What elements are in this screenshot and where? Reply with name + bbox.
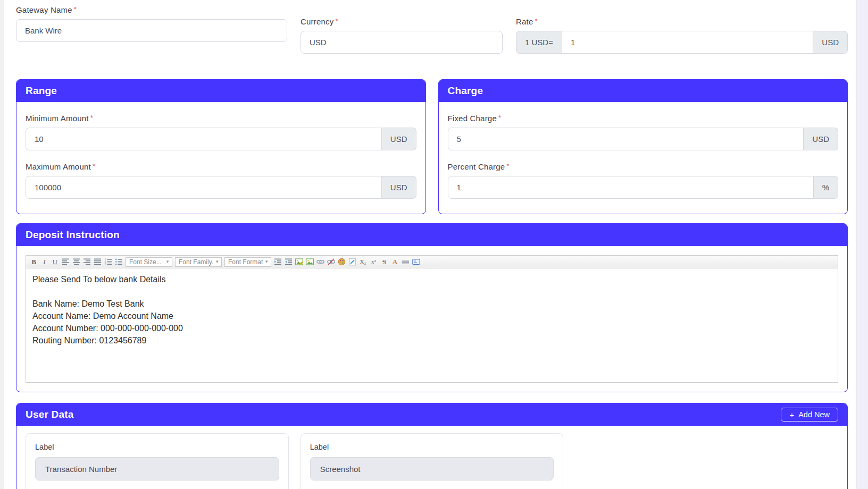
gateway-name-label: Gateway Name* — [16, 5, 287, 14]
user-data-grid: Label Type Label Type — [26, 433, 838, 489]
image-icon[interactable] — [305, 257, 315, 267]
align-justify-icon[interactable] — [93, 257, 103, 267]
maximum-amount-input[interactable] — [26, 176, 382, 199]
align-center-icon[interactable] — [71, 257, 81, 267]
deposit-instruction-card: Deposit Instruction BIU123Font Size...▼F… — [16, 223, 848, 392]
maximum-amount-field: Maximum Amount* USD — [26, 162, 416, 199]
color-palette-icon[interactable] — [337, 257, 347, 267]
percent-charge-field: Percent Charge* % — [448, 162, 839, 199]
field1-label-caption: Label — [35, 443, 279, 451]
deposit-instruction-body: BIU123Font Size...▼Font Family.▼Font For… — [16, 246, 847, 392]
field1-label-input[interactable] — [35, 457, 279, 480]
charge-card-title: Charge — [448, 85, 483, 97]
required-asterisk: * — [335, 17, 338, 25]
range-card-header: Range — [16, 80, 425, 102]
gateway-name-field: Gateway Name* — [16, 5, 287, 54]
fixed-charge-label-text: Fixed Charge — [448, 114, 497, 123]
minimum-amount-group: USD — [26, 128, 416, 150]
user-data-header: User Data + Add New — [16, 403, 847, 426]
italic-icon[interactable]: I — [39, 257, 49, 267]
font-family-select[interactable]: Font Family.▼ — [175, 257, 222, 267]
range-card-body: Minimum Amount* USD Maximum Amount* USD — [16, 102, 425, 214]
source-code-icon[interactable] — [411, 257, 421, 267]
bold-icon[interactable]: B — [29, 257, 39, 267]
subscript-icon[interactable]: X₂ — [358, 257, 368, 267]
editor-text-line — [32, 285, 831, 298]
payment-gateway-form: Gateway Name* Currency* Rate* 1 USD= USD — [16, 0, 848, 489]
edit-page-icon[interactable] — [347, 257, 357, 267]
user-data-field-card-1: Label Type — [26, 433, 289, 489]
gateway-name-input[interactable] — [16, 19, 287, 42]
rate-input-group: 1 USD= USD — [516, 31, 848, 54]
ordered-list-icon[interactable]: 123 — [103, 257, 113, 267]
editor-text-line: Routing Number: 0123456789 — [32, 334, 831, 347]
fixed-charge-label: Fixed Charge* — [448, 114, 839, 123]
maximum-amount-group: USD — [26, 176, 416, 199]
rate-field: Rate* 1 USD= USD — [516, 17, 848, 54]
minimum-amount-label-text: Minimum Amount — [26, 114, 89, 123]
remove-format-icon[interactable]: A — [390, 257, 400, 267]
maximum-amount-label-text: Maximum Amount — [26, 162, 91, 171]
svg-text:3: 3 — [104, 263, 106, 266]
currency-label-text: Currency — [301, 17, 333, 26]
superscript-icon[interactable]: x² — [369, 257, 379, 267]
fixed-charge-input[interactable] — [448, 128, 804, 150]
required-asterisk: * — [93, 162, 95, 170]
strikethrough-icon[interactable]: S — [379, 257, 389, 267]
plus-icon: + — [789, 411, 794, 419]
horizontal-rule-icon[interactable] — [400, 257, 411, 267]
align-right-icon[interactable] — [82, 257, 92, 267]
font-format-select[interactable]: Font Format▼ — [224, 257, 271, 267]
required-asterisk: * — [498, 114, 501, 122]
fixed-charge-currency-addon: USD — [804, 128, 838, 150]
deposit-instruction-header: Deposit Instruction — [16, 224, 847, 246]
percent-charge-input[interactable] — [448, 176, 814, 199]
required-asterisk: * — [506, 162, 509, 170]
percent-charge-label: Percent Charge* — [448, 162, 839, 171]
charge-card: Charge Fixed Charge* USD Percent Charge* — [438, 79, 848, 214]
field2-label-input[interactable] — [310, 457, 554, 480]
user-data-body: Label Type Label Type — [16, 426, 847, 489]
unlink-icon[interactable] — [326, 257, 336, 267]
underline-icon[interactable]: U — [50, 257, 60, 267]
add-new-button-label: Add New — [798, 410, 830, 419]
deposit-instruction-title: Deposit Instruction — [26, 229, 120, 241]
image-upload-icon[interactable] — [294, 257, 304, 267]
align-left-icon[interactable] — [61, 257, 71, 267]
user-data-field-card-2: Label Type — [301, 433, 564, 489]
percent-charge-group: % — [448, 176, 839, 199]
editor-text-line: Account Number: 000-000-000-000-000 — [32, 322, 831, 334]
rate-label: Rate* — [516, 17, 848, 26]
font-size-select[interactable]: Font Size...▼ — [126, 257, 172, 267]
rate-input[interactable] — [562, 31, 813, 54]
user-data-title: User Data — [26, 409, 74, 420]
currency-input[interactable] — [301, 31, 503, 54]
add-new-button[interactable]: + Add New — [781, 408, 838, 421]
charge-card-header: Charge — [439, 80, 848, 102]
chevron-down-icon: ▼ — [264, 259, 269, 264]
link-icon[interactable] — [315, 257, 326, 267]
minimum-amount-field: Minimum Amount* USD — [26, 114, 416, 150]
fixed-charge-field: Fixed Charge* USD — [448, 114, 839, 150]
range-charge-row: Range Minimum Amount* USD Maximum Amount… — [16, 79, 848, 214]
chevron-down-icon: ▼ — [215, 259, 219, 264]
field2-label-caption: Label — [310, 443, 554, 451]
minimum-amount-currency-addon: USD — [382, 128, 416, 150]
fixed-charge-group: USD — [448, 128, 839, 150]
rate-label-text: Rate — [516, 17, 533, 26]
indent-icon[interactable] — [273, 257, 283, 267]
minimum-amount-input[interactable] — [26, 128, 382, 150]
required-asterisk: * — [90, 114, 93, 122]
user-data-card: User Data + Add New Label Type Label Typ… — [16, 403, 848, 489]
range-card-title: Range — [26, 85, 57, 97]
editor-text-line: Account Name: Demo Account Name — [32, 310, 831, 322]
deposit-instruction-editor-content[interactable]: Please Send To below bank DetailsBank Na… — [26, 268, 838, 382]
unordered-list-icon[interactable] — [114, 257, 124, 267]
currency-label: Currency* — [301, 17, 503, 26]
outdent-icon[interactable] — [283, 257, 294, 267]
editor-text-line: Bank Name: Demo Test Bank — [32, 298, 831, 310]
required-asterisk: * — [74, 5, 77, 13]
maximum-amount-label: Maximum Amount* — [26, 162, 416, 171]
required-asterisk: * — [535, 17, 538, 25]
chevron-down-icon: ▼ — [165, 259, 170, 264]
